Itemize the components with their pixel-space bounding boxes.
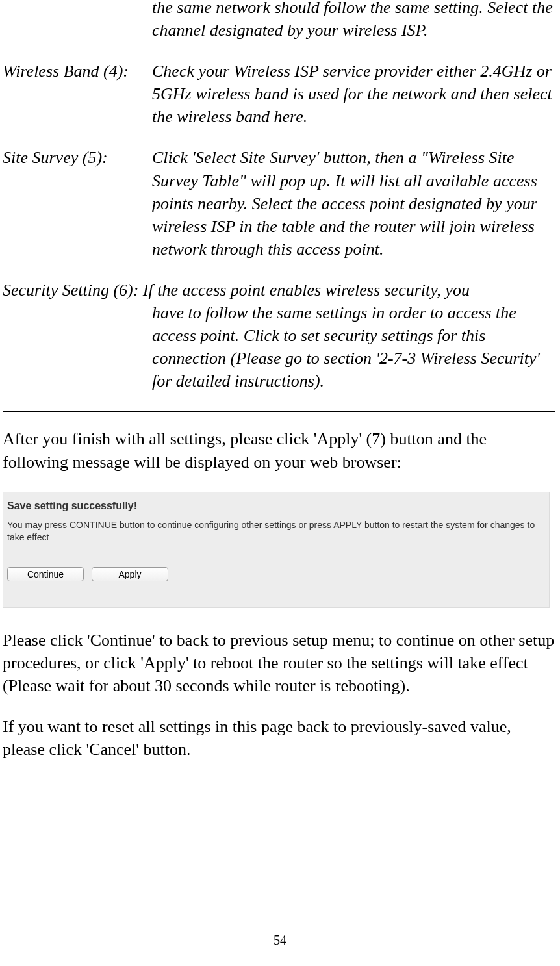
paragraph-cancel: If you want to reset all settings in thi… [3,715,555,761]
divider [3,411,555,412]
definition-desc-4: Check your Wireless ISP service provider… [152,60,555,128]
definition-label-empty [3,0,152,42]
page: the same network should follow the same … [0,0,560,962]
dialog-buttons: Continue Apply [7,567,545,581]
definition-wireless-band: Wireless Band (4): Check your Wireless I… [3,60,555,128]
definition-label-4: Wireless Band (4): [3,60,152,128]
definition-desc-orphan: the same network should follow the same … [152,0,555,42]
definition-label-5: Site Survey (5): [3,146,152,260]
apply-button[interactable]: Apply [92,567,168,581]
definition-6-firstline: Security Setting (6): If the access poin… [3,279,555,301]
page-number: 54 [0,932,560,949]
save-setting-dialog: Save setting successfully! You may press… [3,492,550,608]
definition-security-setting: Security Setting (6): If the access poin… [3,279,555,392]
definition-site-survey: Site Survey (5): Click 'Select Site Surv… [3,146,555,260]
definition-desc-5: Click 'Select Site Survey' button, then … [152,146,555,260]
definition-orphan: the same network should follow the same … [3,0,555,42]
paragraph-apply-msg: After you finish with all settings, plea… [3,427,555,473]
paragraph-continue-apply: Please click 'Continue' to back to previ… [3,629,555,697]
dialog-title: Save setting successfully! [7,499,545,513]
continue-button[interactable]: Continue [7,567,84,581]
dialog-desc: You may press CONTINUE button to continu… [7,519,545,544]
definition-6-rest: have to follow the same settings in orde… [3,301,555,392]
